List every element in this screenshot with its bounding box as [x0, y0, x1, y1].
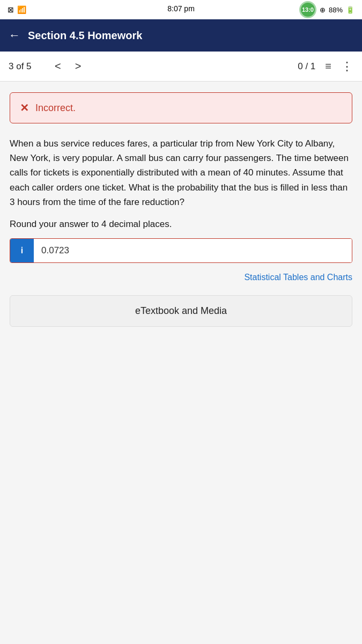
nav-arrows: < >: [50, 58, 85, 75]
content-area: ✕ Incorrect. When a bus service reduces …: [0, 82, 362, 348]
status-left-icons: ⊠ 📶: [8, 5, 26, 14]
battery-percentage: 88%: [329, 6, 343, 14]
stats-link[interactable]: Statistical Tables and Charts: [244, 273, 352, 282]
header: ← Section 4.5 Homework: [0, 19, 362, 52]
more-options-icon[interactable]: ⋮: [341, 60, 353, 74]
status-bar: ⊠ 📶 8:07 pm 13:0 ⊕ 88% 🔋: [0, 0, 362, 19]
incorrect-icon: ✕: [20, 101, 29, 114]
nav-bar: 3 of 5 < > 0 / 1 ≡ ⋮: [0, 52, 362, 82]
answer-row: i: [10, 238, 352, 263]
answer-input[interactable]: [34, 239, 352, 262]
question-body-text: When a bus service reduces fares, a part…: [10, 136, 352, 209]
stats-link-container: Statistical Tables and Charts: [10, 273, 352, 282]
question-count: 3 of 5: [9, 61, 46, 72]
back-button[interactable]: ←: [9, 28, 20, 42]
info-icon: i: [21, 246, 23, 255]
info-button[interactable]: i: [10, 239, 34, 262]
incorrect-banner: ✕ Incorrect.: [10, 92, 352, 123]
page-title: Section 4.5 Homework: [28, 30, 142, 42]
timer-circle: 13:0: [299, 1, 316, 18]
charge-icon: ⊕: [320, 6, 326, 14]
prev-question-button[interactable]: <: [50, 58, 65, 75]
incorrect-label: Incorrect.: [35, 103, 76, 114]
signal-icon: ⊠: [8, 5, 14, 14]
wifi-icon: 📶: [17, 5, 26, 14]
round-instruction: Round your answer to 4 decimal places.: [10, 219, 352, 230]
battery-icon: 🔋: [346, 6, 354, 14]
status-right-icons: 13:0 ⊕ 88% 🔋: [299, 1, 354, 18]
status-time: 8:07 pm: [167, 4, 195, 13]
list-icon[interactable]: ≡: [325, 60, 331, 72]
next-question-button[interactable]: >: [71, 58, 86, 75]
question-score: 0 / 1: [298, 61, 315, 72]
etextbook-button[interactable]: eTextbook and Media: [10, 295, 352, 327]
